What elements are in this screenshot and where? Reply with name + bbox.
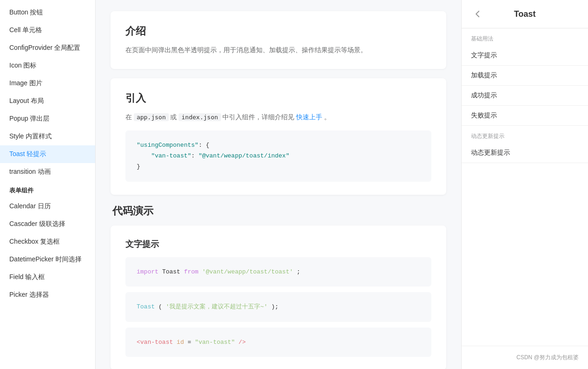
sidebar-item-layout[interactable]: Layout 布局 [0, 92, 95, 110]
sidebar-item-toast[interactable]: Toast 轻提示 [0, 145, 95, 163]
right-basic-usage-label: 基础用法 [462, 28, 588, 46]
import-space-1: Toast [162, 268, 184, 275]
sidebar-item-popup[interactable]: Popup 弹出层 [0, 110, 95, 128]
import-code-block: "usingComponents": { "van-toast": "@vant… [125, 130, 431, 182]
sidebar-item-field[interactable]: Field 输入框 [0, 268, 95, 286]
import-code-2: index.json [179, 113, 221, 121]
code-plain-3: } [137, 163, 140, 170]
code-plain-1: : { [199, 142, 209, 149]
sidebar-item-image[interactable]: Image 图片 [0, 75, 95, 92]
sidebar-item-configprovider[interactable]: ConfigProvider 全局配置 [0, 39, 95, 57]
toast-template-code: <van-toast id = "van-toast" /> [125, 328, 431, 357]
right-dynamic-label: 动态更新提示 [462, 126, 588, 143]
sidebar-item-cascader[interactable]: Cascader 级联选择 [0, 215, 95, 233]
import-desc-2b: 或 [170, 113, 177, 121]
attr-name: id [177, 339, 184, 346]
sidebar-item-button[interactable]: Button 按钮 [0, 4, 95, 21]
right-sidebar: Toast 基础用法 文字提示 加载提示 成功提示 失败提示 动态更新提示 动态… [461, 0, 588, 369]
code-demo-title: 代码演示 [111, 204, 446, 218]
intro-card: 介绍 在页面中间弹出黑色半透明提示，用于消息通知、加载提示、操作结果提示等场景。 [111, 11, 446, 69]
sidebar-item-calendar[interactable]: Calendar 日历 [0, 198, 95, 215]
right-nav-loading-toast[interactable]: 加载提示 [462, 66, 588, 86]
code-demo-section: 代码演示 文字提示 import Toast from '@vant/weapp… [111, 204, 446, 369]
attr-eq: = [187, 339, 191, 346]
import-kw: import [137, 268, 159, 275]
from-kw: from [184, 268, 198, 275]
fn-open: ( [159, 303, 162, 310]
fn-arg: '我是提示文案，建议不超过十五字~' [166, 303, 267, 310]
code-val-1: "@vant/weapp/toast/index" [199, 152, 290, 159]
sidebar-item-datetimepicker[interactable]: DatetimePicker 时间选择 [0, 251, 95, 268]
intro-desc: 在页面中间弹出黑色半透明提示，用于消息通知、加载提示、操作结果提示等场景。 [125, 45, 431, 56]
main-content: 介绍 在页面中间弹出黑色半透明提示，用于消息通知、加载提示、操作结果提示等场景。… [96, 0, 461, 369]
fn-name: Toast [137, 303, 155, 310]
text-toast-title: 文字提示 [125, 239, 431, 250]
right-nav-success-toast[interactable]: 成功提示 [462, 86, 588, 106]
import-desc-3: 中引入组件，详细介绍见 [222, 113, 294, 121]
left-sidebar: Button 按钮 Cell 单元格 ConfigProvider 全局配置 I… [0, 0, 96, 369]
sidebar-item-style[interactable]: Style 内置样式 [0, 128, 95, 145]
toast-call-code: Toast ( '我是提示文案，建议不超过十五字~' ); [125, 292, 431, 321]
intro-title: 介绍 [125, 24, 431, 38]
right-nav-dynamic-toast[interactable]: 动态更新提示 [462, 143, 588, 163]
import-desc: 在 app.json 或 index.json 中引入组件，详细介绍见 快速上手… [125, 112, 431, 123]
import-title: 引入 [125, 91, 431, 105]
tag-close: /> [239, 339, 246, 346]
import-card: 引入 在 app.json 或 index.json 中引入组件，详细介绍见 快… [111, 78, 446, 195]
import-desc-4: 。 [324, 113, 331, 121]
import-code-1: app.json [134, 113, 169, 121]
sidebar-item-cell[interactable]: Cell 单元格 [0, 21, 95, 39]
semicolon-1: ; [297, 268, 300, 275]
right-sidebar-header: Toast [462, 0, 588, 28]
code-indent [137, 152, 151, 159]
code-key-2: "van-toast" [151, 152, 191, 159]
sidebar-item-checkbox[interactable]: Checkbox 复选框 [0, 233, 95, 251]
right-sidebar-footer: CSDN @努力成为包租婆 [462, 346, 588, 369]
import-desc-1: 在 [125, 113, 132, 121]
fn-close: ); [271, 303, 279, 310]
sidebar-item-transition[interactable]: transition 动画 [0, 163, 95, 181]
import-link[interactable]: 快速上手 [296, 113, 322, 121]
back-button[interactable] [471, 7, 484, 20]
code-plain-2: : [191, 152, 199, 159]
sidebar-item-icon[interactable]: Icon 图标 [0, 57, 95, 75]
tag-open: <van-toast [137, 339, 173, 346]
right-nav-text-toast[interactable]: 文字提示 [462, 46, 588, 66]
import-path: '@vant/weapp/toast/toast' [202, 268, 293, 275]
toast-import-code: import Toast from '@vant/weapp/toast/toa… [125, 257, 431, 287]
attr-val: "van-toast" [195, 339, 235, 346]
text-toast-card: 文字提示 import Toast from '@vant/weapp/toas… [111, 226, 446, 369]
right-nav-fail-toast[interactable]: 失败提示 [462, 106, 588, 126]
sidebar-section-title-form: 表单组件 [0, 181, 95, 198]
sidebar-item-picker[interactable]: Picker 选择器 [0, 286, 95, 304]
right-sidebar-title: Toast [484, 9, 579, 19]
code-key-1: "usingComponents" [137, 142, 199, 149]
